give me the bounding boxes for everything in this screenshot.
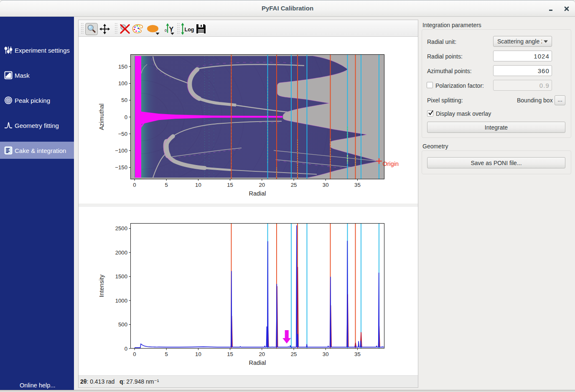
svg-text:−100: −100 [115,148,127,154]
svg-text:Log: Log [185,27,194,33]
svg-text:35: 35 [354,182,361,188]
svg-text:0: 0 [125,346,127,352]
svg-text:15: 15 [227,351,233,357]
svg-text:20: 20 [259,182,265,188]
svg-text:500: 500 [118,321,127,328]
svg-text:Y: Y [169,26,174,33]
svg-text:25: 25 [291,182,297,188]
svg-text:2000: 2000 [115,249,127,256]
svg-text:2500: 2500 [115,225,127,232]
svg-text:Radial: Radial [249,359,266,366]
svg-text:5: 5 [165,182,168,188]
svg-text:Azimuthal: Azimuthal [98,104,105,130]
svg-text:Origin: Origin [383,160,399,167]
svg-text:150: 150 [118,64,127,70]
svg-text:30: 30 [323,351,329,357]
svg-text:Radial: Radial [249,190,266,197]
svg-text:0: 0 [133,351,136,357]
svg-text:5: 5 [165,351,168,357]
svg-text:0: 0 [133,182,136,188]
svg-text:1500: 1500 [115,273,127,280]
svg-text:15: 15 [227,182,233,188]
svg-text:0: 0 [125,114,127,120]
svg-text:50: 50 [121,97,127,103]
svg-text:0: 0 [165,28,167,33]
svg-text:10: 10 [195,351,201,357]
svg-text:30: 30 [323,182,329,188]
svg-text:1000: 1000 [115,298,127,304]
svg-text:−150: −150 [115,164,127,171]
svg-text:35: 35 [354,351,361,357]
svg-text:Intensity: Intensity [98,274,105,297]
svg-text:100: 100 [118,80,127,87]
svg-text:10: 10 [195,182,201,188]
svg-text:20: 20 [259,351,265,357]
svg-text:25: 25 [291,351,297,357]
svg-text:−50: −50 [118,131,127,137]
